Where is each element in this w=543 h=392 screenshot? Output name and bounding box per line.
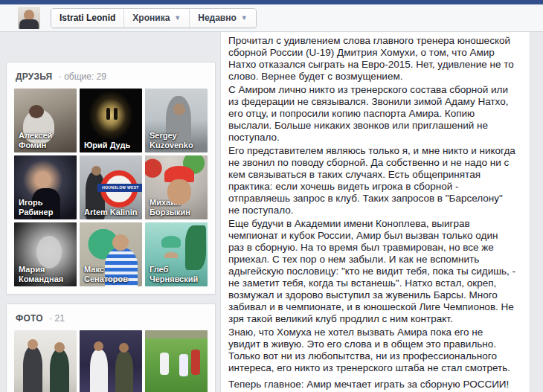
friend-tile[interactable]: Юрий Дудь	[80, 89, 142, 152]
friend-tile[interactable]: Sergey Kuzovenko	[145, 89, 208, 152]
friend-tile[interactable]: Михаил Борзыкин	[145, 155, 208, 219]
friend-tile[interactable]: Игорь Рабинер	[14, 155, 77, 219]
post-paragraph: Знаю, что Хомуха не хотел вызвать Амира …	[228, 327, 516, 374]
friend-name: Artem Kalinin	[84, 208, 139, 217]
post-paragraph: С Амиром лично никто из тренерского сост…	[228, 84, 516, 144]
friends-title[interactable]: ДРУЗЬЯ	[16, 71, 52, 82]
underground-sign: HOUNSLOW WEST	[97, 184, 142, 192]
friend-name: Sergey Kuzovenko	[150, 131, 205, 150]
friend-tile[interactable]: Макс Сенаторов	[80, 222, 142, 286]
friend-tile[interactable]: Глеб Чернявский	[145, 222, 208, 286]
timeline-dropdown-button[interactable]: Хроника ▼	[124, 9, 190, 28]
photo-tile[interactable]	[14, 330, 77, 392]
friend-name: Мария Командная	[19, 265, 74, 283]
friend-name: Игорь Рабинер	[19, 198, 74, 216]
recent-dropdown-button[interactable]: Недавно ▼	[190, 9, 256, 28]
facebook-profile-page: Istrati Leonid Хроника ▼ Недавно ▼ ДРУЗЬ…	[0, 0, 543, 392]
friend-name: Михаил Борзыкин	[150, 198, 205, 216]
friend-name: Юрий Дудь	[84, 141, 139, 150]
page-content: ДРУЗЬЯ · общие: 29 Алексей Фомин Юрий Ду…	[0, 32, 543, 392]
friend-name: Глеб Чернявский	[150, 265, 205, 283]
avatar[interactable]	[18, 7, 40, 29]
profile-name-button[interactable]: Istrati Leonid	[51, 9, 124, 28]
photos-grid	[7, 330, 215, 392]
left-sidebar: ДРУЗЬЯ · общие: 29 Алексей Фомин Юрий Ду…	[0, 32, 220, 392]
friend-name: Макс Сенаторов	[84, 265, 139, 283]
post-paragraph: Его представителем являюсь только я, и м…	[228, 145, 516, 216]
friend-tile[interactable]: HOUNSLOW WEST Artem Kalinin	[80, 155, 142, 219]
timeline-label: Хроника	[132, 13, 170, 23]
post-paragraph: Прочитал с удивлением слова главного тре…	[228, 35, 516, 83]
profile-toolbar: Istrati Leonid Хроника ▼ Недавно ▼	[0, 4, 543, 32]
friends-card-header: ДРУЗЬЯ · общие: 29	[7, 62, 215, 89]
post-paragraph: Еще будучи в Академии имени Коноплева, в…	[228, 218, 516, 325]
photo-tile[interactable]	[145, 330, 208, 392]
friends-mutual-count: · общие: 29	[59, 71, 106, 82]
photo-tile[interactable]	[80, 330, 142, 392]
photos-title[interactable]: ФОТО	[16, 313, 43, 324]
chevron-down-icon: ▼	[241, 15, 248, 22]
photos-card: ФОТО · 21	[6, 303, 216, 392]
chevron-down-icon: ▼	[174, 15, 181, 22]
post-content: Прочитал с удивлением слова главного тре…	[220, 32, 530, 392]
recent-label: Недавно	[198, 13, 237, 23]
friend-name: Алексей Фомин	[19, 131, 74, 150]
friends-card: ДРУЗЬЯ · общие: 29 Алексей Фомин Юрий Ду…	[6, 62, 216, 295]
friend-tile[interactable]: Алексей Фомин	[14, 89, 77, 152]
friend-tile[interactable]: Мария Командная	[14, 222, 77, 286]
photos-count: · 21	[49, 313, 65, 324]
profile-nav-group: Istrati Leonid Хроника ▼ Недавно ▼	[51, 8, 257, 28]
photos-card-header: ФОТО · 21	[7, 304, 215, 330]
post-paragraph: Теперь главное: Амир мечтает играть за с…	[228, 379, 516, 392]
friends-grid: Алексей Фомин Юрий Дудь Sergey Kuzovenko…	[7, 89, 215, 294]
